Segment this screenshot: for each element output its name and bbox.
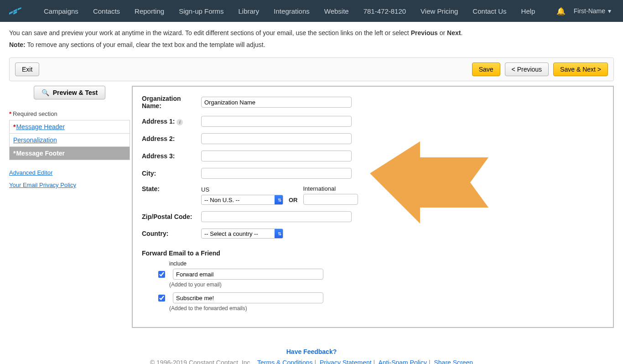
intro-prev: Previous	[411, 29, 438, 36]
main-area: 🔍 Preview & Test *Required section *Mess…	[0, 86, 623, 337]
address1-input[interactable]	[201, 116, 352, 127]
forward-hint: (Added to your email)	[169, 281, 604, 288]
nav-library[interactable]: Library	[231, 0, 267, 22]
user-name: First-Name	[574, 7, 605, 15]
sidebar: 🔍 Preview & Test *Required section *Mess…	[9, 86, 130, 188]
save-next-button[interactable]: Save & Next >	[553, 62, 608, 76]
intro-next: Next	[447, 29, 461, 36]
nav-reporting[interactable]: Reporting	[127, 0, 171, 22]
subscribe-input[interactable]	[173, 292, 323, 303]
antispam-link[interactable]: Anti-Spam Policy	[378, 359, 427, 364]
nav-phone[interactable]: 781-472-8120	[356, 0, 413, 22]
sidebar-links: Advanced Editor Your Email Privacy Polic…	[9, 169, 130, 188]
state-intl-label: International	[303, 185, 358, 192]
state-intl-input[interactable]	[303, 194, 358, 205]
preview-label: Preview & Test	[53, 89, 98, 96]
state-label: State:	[142, 185, 201, 192]
subscribe-hint: (Added to the forwarded emails)	[169, 305, 604, 312]
forward-header: Forward Email to a Friend	[142, 250, 604, 257]
section-message-header[interactable]: *Message Header	[10, 120, 130, 134]
section-personalization[interactable]: Personalization	[10, 134, 130, 147]
copyright: © 1996-2019 Constant Contact, Inc.	[150, 359, 252, 364]
intro-note-text: To remove any sections of your email, cl…	[26, 41, 265, 48]
terms-link[interactable]: Terms & Conditions	[257, 359, 312, 364]
section-list: *Message Header Personalization *Message…	[9, 120, 130, 160]
advanced-editor-link[interactable]: Advanced Editor	[9, 169, 130, 176]
brand-logo[interactable]	[9, 5, 27, 16]
nav-integrations[interactable]: Integrations	[266, 0, 317, 22]
country-label: Country:	[142, 230, 201, 237]
exit-button[interactable]: Exit	[15, 62, 39, 76]
intro-line1: You can save and preview your work at an…	[9, 29, 411, 36]
org-label: Organization Name:	[142, 95, 201, 109]
city-input[interactable]	[201, 168, 352, 179]
addr2-label: Address 2:	[142, 135, 201, 142]
forward-input[interactable]	[173, 269, 323, 280]
nav-help[interactable]: Help	[514, 0, 543, 22]
forward-checkbox[interactable]	[158, 271, 165, 278]
country-select[interactable]: -- Select a country --	[201, 229, 283, 239]
wizard-toolbar: Exit Save < Previous Save & Next >	[9, 57, 614, 81]
nav-campaigns[interactable]: Campaigns	[36, 0, 86, 22]
intro-note-label: Note:	[9, 41, 26, 48]
nav-contacts[interactable]: Contacts	[86, 0, 127, 22]
addr1-label: Address 1:i	[142, 118, 201, 125]
state-select[interactable]: -- Non U.S. --	[201, 195, 283, 205]
state-us-label: US	[201, 186, 283, 193]
addr3-label: Address 3:	[142, 152, 201, 160]
zip-label: Zip/Postal Code:	[142, 213, 201, 220]
top-nav: Campaigns Contacts Reporting Sign-up For…	[0, 0, 623, 22]
address2-input[interactable]	[201, 133, 352, 144]
city-label: City:	[142, 170, 201, 177]
org-name-input[interactable]	[201, 97, 352, 108]
address3-input[interactable]	[201, 151, 352, 161]
share-link[interactable]: Share Screen	[434, 359, 473, 364]
include-label: include	[169, 260, 604, 267]
nav-items: Campaigns Contacts Reporting Sign-up For…	[36, 0, 551, 22]
nav-pricing[interactable]: View Pricing	[413, 0, 465, 22]
privacy-link[interactable]: Privacy Statement	[320, 359, 372, 364]
editor-panel: Organization Name: Address 1:i Address 2…	[132, 86, 614, 328]
state-or: OR	[289, 197, 298, 205]
intro-text: You can save and preview your work at an…	[0, 22, 623, 57]
previous-button[interactable]: < Previous	[505, 62, 549, 76]
bell-icon[interactable]: 🔔	[551, 7, 571, 16]
toolbar-right: Save < Previous Save & Next >	[472, 62, 608, 76]
chevron-down-icon: ▾	[608, 7, 611, 15]
privacy-policy-link[interactable]: Your Email Privacy Policy	[9, 182, 130, 188]
page-footer: Have Feedback? © 1996-2019 Constant Cont…	[0, 337, 623, 364]
zip-input[interactable]	[201, 211, 352, 222]
subscribe-checkbox[interactable]	[158, 295, 165, 302]
preview-test-button[interactable]: 🔍 Preview & Test	[34, 86, 106, 99]
required-section-label: *Required section	[9, 110, 130, 117]
search-icon: 🔍	[42, 89, 49, 96]
nav-contact-us[interactable]: Contact Us	[465, 0, 514, 22]
section-message-footer[interactable]: *Message Footer	[10, 147, 130, 160]
save-button[interactable]: Save	[472, 62, 500, 76]
nav-signup[interactable]: Sign-up Forms	[171, 0, 231, 22]
svg-marker-0	[9, 11, 13, 15]
info-icon[interactable]: i	[177, 119, 183, 125]
feedback-link[interactable]: Have Feedback?	[286, 348, 337, 355]
svg-marker-3	[18, 7, 21, 10]
user-menu[interactable]: First-Name ▾	[571, 7, 614, 15]
nav-website[interactable]: Website	[317, 0, 356, 22]
